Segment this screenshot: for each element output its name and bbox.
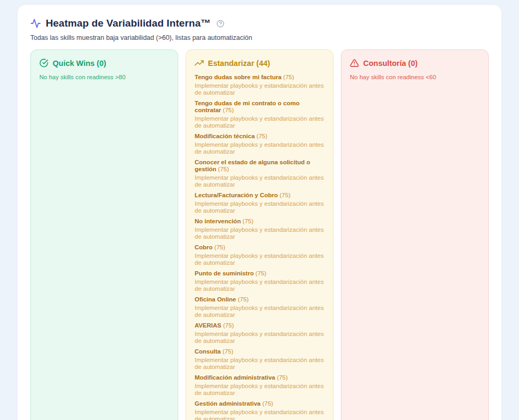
skill-score: (75) [221,348,233,355]
skill-item: Modificación administrativa (75)Implemen… [195,374,324,397]
alert-triangle-icon [350,58,359,68]
heatmap-card: Heatmap de Variabilidad Interna™ Todas l… [17,4,502,420]
skill-item: AVERIAS (75)Implementar playbooks y esta… [195,322,324,345]
empty-state-text: No hay skills con readiness <60 [350,74,480,80]
skill-name: Consulta [195,348,221,355]
skill-item: Conocer el estado de alguna solicitud o … [195,159,324,188]
skill-name: AVERIAS [195,322,221,329]
skill-name: Modificación técnica [195,133,255,139]
skill-note: Implementar playbooks y estandarización … [195,305,324,318]
skill-name: No intervención [195,218,241,224]
skill-note: Implementar playbooks y estandarización … [195,357,324,371]
skill-note: Implementar playbooks y estandarización … [195,226,324,240]
column-header: Estandarizar (44) [195,58,324,68]
skill-note: Implementar playbooks y estandarización … [195,115,324,129]
skill-score: (75) [261,400,273,407]
skill-item: Oficina Online (75)Implementar playbooks… [195,296,324,318]
skill-item: Gestión administrativa (75)Implementar p… [195,400,324,420]
skill-name: Gestión administrativa [195,400,261,407]
trending-up-icon [195,58,204,68]
page-subtitle: Todas las skills muestran baja variabili… [30,34,489,41]
skill-name: Oficina Online [195,296,236,303]
page-title: Heatmap de Variabilidad Interna™ [46,18,211,29]
check-circle-icon [39,58,48,68]
page: { "header": { "title": "Heatmap de Varia… [0,0,519,420]
estandarizar-column: Estandarizar (44) Tengo dudas sobre mi f… [186,49,333,420]
skill-score: (75) [221,107,234,113]
help-circle-icon[interactable] [216,20,224,28]
column-title: Estandarizar (44) [208,59,270,68]
skill-score: (75) [278,192,291,198]
skill-item: Punto de suministro (75)Implementar play… [195,270,324,292]
activity-icon [30,18,41,29]
quick-wins-column: Quick Wins (0) No hay skills con readine… [30,49,178,420]
skill-list: Tengo dudas sobre mi factura (75)Impleme… [195,74,324,420]
skill-score: (75) [281,74,294,80]
skill-item: No intervención (75)Implementar playbook… [195,218,324,240]
skill-note: Implementar playbooks y estandarización … [195,141,324,155]
skill-score: (75) [216,166,229,172]
empty-state-text: No hay skills con readiness >80 [39,74,169,80]
column-header: Quick Wins (0) [39,58,169,68]
skill-score: (75) [213,244,225,250]
consultoria-column: Consultoría (0) No hay skills con readin… [341,49,489,420]
skill-score: (75) [221,322,234,329]
skill-note: Implementar playbooks y estandarización … [195,383,324,397]
column-header: Consultoría (0) [350,58,480,68]
skill-note: Implementar playbooks y estandarización … [195,253,324,266]
skill-name: Punto de suministro [195,270,254,276]
columns-grid: Quick Wins (0) No hay skills con readine… [30,49,489,420]
skill-name: Conocer el estado de alguna solicitud o … [195,159,310,172]
skill-name: Tengo dudas de mi contrato o como contra… [195,100,299,113]
skill-note: Implementar playbooks y estandarización … [195,409,324,420]
skill-item: Modificación técnica (75)Implementar pla… [195,133,324,155]
skill-score: (75) [275,374,288,381]
column-title: Consultoría (0) [363,59,417,68]
skill-note: Implementar playbooks y estandarización … [195,200,324,214]
skill-score: (75) [254,270,266,276]
skill-score: (75) [241,218,254,224]
column-title: Quick Wins (0) [53,59,106,68]
skill-name: Cobro [195,244,213,250]
card-header: Heatmap de Variabilidad Interna™ [30,18,489,29]
skill-item: Cobro (75)Implementar playbooks y estand… [195,244,324,266]
skill-item: Consulta (75)Implementar playbooks y est… [195,348,324,371]
skill-name: Lectura/Facturación y Cobro [195,192,278,198]
skill-name: Modificación administrativa [195,374,275,381]
skill-note: Implementar playbooks y estandarización … [195,82,324,96]
skill-item: Tengo dudas sobre mi factura (75)Impleme… [195,74,324,96]
skill-item: Tengo dudas de mi contrato o como contra… [195,100,324,129]
skill-name: Tengo dudas sobre mi factura [195,74,281,80]
skill-note: Implementar playbooks y estandarización … [195,279,324,292]
skill-note: Implementar playbooks y estandarización … [195,331,324,345]
skill-score: (75) [255,133,267,139]
skill-score: (75) [236,296,249,303]
skill-note: Implementar playbooks y estandarización … [195,174,324,188]
skill-item: Lectura/Facturación y Cobro (75)Implemen… [195,192,324,214]
